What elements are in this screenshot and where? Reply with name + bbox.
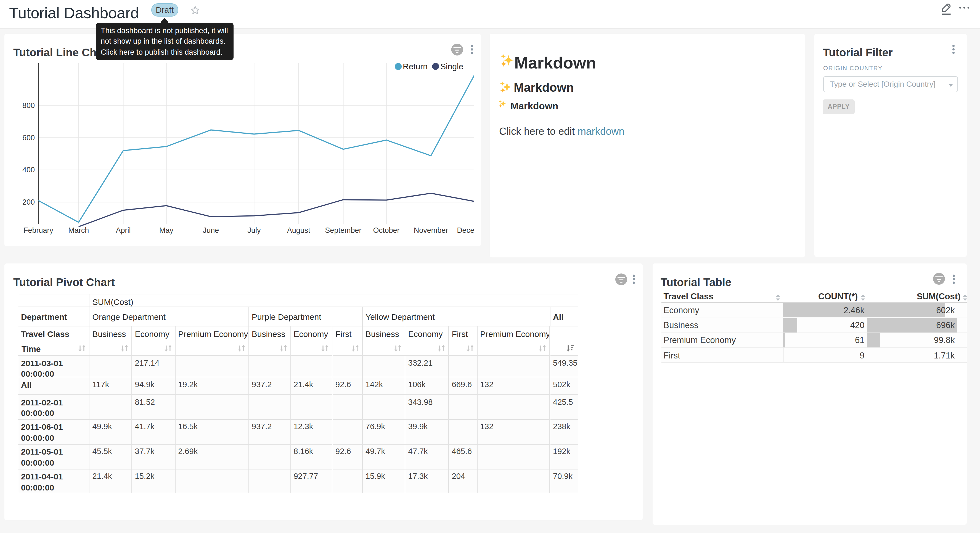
svg-text:December: December [457,226,474,234]
svg-text:Return: Return [403,62,428,71]
svg-text:November: November [414,226,448,234]
svg-text:Single: Single [440,62,463,71]
svg-text:August: August [287,226,310,234]
svg-text:200: 200 [22,198,35,206]
svg-text:September: September [325,226,361,234]
svg-text:June: June [203,226,219,234]
svg-text:April: April [116,226,130,234]
svg-text:October: October [373,226,400,234]
svg-text:800: 800 [22,101,35,109]
svg-text:July: July [247,226,261,234]
svg-text:400: 400 [22,166,35,174]
svg-text:May: May [159,226,173,234]
svg-text:February: February [24,226,54,234]
svg-text:March: March [68,226,89,234]
svg-text:600: 600 [22,133,35,142]
